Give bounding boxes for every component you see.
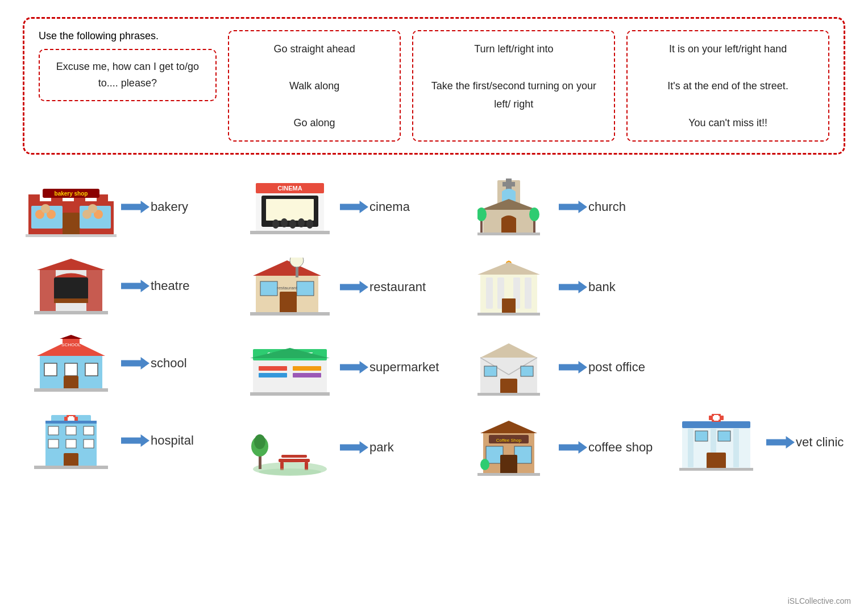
church-row: church <box>460 177 662 237</box>
restaurant-label: restaurant <box>369 280 443 294</box>
bank-image: $ <box>460 258 557 317</box>
svg-point-67 <box>281 218 288 227</box>
coffee-shop-row: Coffee Shop <box>460 418 662 478</box>
svg-rect-141 <box>477 473 540 476</box>
supermarket-label: supermarket <box>369 360 443 375</box>
svg-rect-53 <box>48 439 59 448</box>
svg-marker-107 <box>480 199 537 210</box>
svg-rect-65 <box>266 199 314 221</box>
hospital-image <box>23 412 119 469</box>
svg-rect-154 <box>707 453 726 470</box>
supermarket-image: SUPER MARKET <box>242 338 338 397</box>
svg-rect-11 <box>108 194 117 201</box>
svg-rect-55 <box>84 439 94 448</box>
svg-point-68 <box>289 219 296 229</box>
theatre-label: theatre <box>151 279 225 293</box>
bakery-arrow <box>119 199 151 215</box>
svg-rect-38 <box>44 363 57 376</box>
restaurant-row: restaurant restaurant <box>242 258 443 317</box>
svg-marker-125 <box>480 343 537 358</box>
school-arrow <box>119 355 151 371</box>
svg-rect-149 <box>688 429 693 467</box>
instruction-text: Use the following phrases. <box>39 30 217 42</box>
park-row: park <box>242 418 443 478</box>
svg-rect-129 <box>484 366 497 376</box>
school-image: SCHOOL <box>23 335 119 392</box>
svg-marker-92 <box>340 362 368 374</box>
hospital-row: hospital <box>23 412 225 469</box>
post-office-image <box>460 338 557 397</box>
svg-point-19 <box>41 204 50 213</box>
svg-rect-131 <box>477 393 540 396</box>
svg-rect-144 <box>682 421 750 428</box>
svg-rect-56 <box>64 453 78 467</box>
svg-text:bakery shop: bakery shop <box>55 190 88 197</box>
bottom-section: bakery shop <box>23 177 845 488</box>
svg-rect-58 <box>34 466 108 469</box>
phrase-2-line-1: Go straight aheadWalk alongGo along <box>240 40 389 132</box>
church-label: church <box>588 200 662 214</box>
svg-rect-90 <box>293 373 321 377</box>
svg-rect-105 <box>502 182 515 186</box>
svg-rect-87 <box>259 366 287 371</box>
svg-rect-50 <box>48 426 59 435</box>
svg-marker-123 <box>559 281 587 294</box>
svg-point-111 <box>529 208 539 221</box>
restaurant-arrow <box>338 279 369 295</box>
cinema-arrow <box>338 199 369 215</box>
hospital-arrow <box>119 433 151 449</box>
bank-arrow <box>557 279 588 295</box>
vet-clinic-image <box>668 413 765 472</box>
svg-text:SCHOOL: SCHOOL <box>61 342 81 347</box>
svg-rect-77 <box>260 281 277 296</box>
theatre-image <box>23 258 119 314</box>
svg-rect-79 <box>280 292 297 313</box>
col-left: bakery shop <box>23 177 225 479</box>
svg-marker-59 <box>121 434 149 447</box>
isl-credit: iSLCollective.com <box>788 596 851 605</box>
svg-marker-82 <box>340 281 368 294</box>
svg-rect-23 <box>26 234 117 237</box>
svg-rect-88 <box>293 366 321 371</box>
phrase-box-2: Go straight aheadWalk alongGo along <box>228 30 401 142</box>
vet-clinic-label: vet clinic <box>796 435 868 450</box>
svg-marker-132 <box>559 362 587 374</box>
svg-text:CINEMA: CINEMA <box>277 185 302 192</box>
svg-rect-78 <box>297 281 314 296</box>
svg-rect-30 <box>54 298 88 303</box>
svg-point-70 <box>306 219 313 229</box>
svg-marker-74 <box>253 260 321 276</box>
school-label: school <box>151 356 225 371</box>
svg-rect-39 <box>65 363 77 376</box>
school-row: SCHOOL school <box>23 335 225 392</box>
phrase-1-text: Excuse me, how can I get to/go to.... pl… <box>51 59 204 92</box>
svg-rect-117 <box>486 277 493 309</box>
svg-point-100 <box>254 434 265 449</box>
coffee-shop-label: coffee shop <box>588 440 662 455</box>
svg-rect-120 <box>525 277 531 309</box>
vet-clinic-row: vet clinic <box>668 413 868 472</box>
svg-rect-49 <box>68 417 74 421</box>
svg-rect-41 <box>64 376 78 390</box>
post-office-row: post office <box>460 338 662 397</box>
svg-marker-26 <box>37 259 105 270</box>
post-office-arrow <box>557 359 588 375</box>
bakery-image: bakery shop <box>23 177 119 237</box>
svg-rect-4 <box>28 194 40 201</box>
svg-marker-102 <box>340 442 368 454</box>
svg-rect-91 <box>250 392 330 396</box>
svg-marker-142 <box>559 442 587 454</box>
svg-rect-81 <box>250 312 330 316</box>
vet-clinic-arrow <box>765 434 796 450</box>
svg-marker-116 <box>477 262 540 275</box>
top-phrases-container: Use the following phrases. Excuse me, ho… <box>23 17 845 155</box>
supermarket-row: SUPER MARKET <box>242 338 443 397</box>
phrase-box-1: Excuse me, how can I get to/go to.... pl… <box>39 49 217 101</box>
park-image <box>242 418 338 478</box>
theatre-row: theatre <box>23 258 225 314</box>
col-mid: CINEMA <box>242 177 443 488</box>
cinema-label: cinema <box>369 200 443 214</box>
svg-marker-113 <box>559 201 587 214</box>
svg-point-101 <box>259 468 321 475</box>
svg-marker-32 <box>121 280 149 292</box>
